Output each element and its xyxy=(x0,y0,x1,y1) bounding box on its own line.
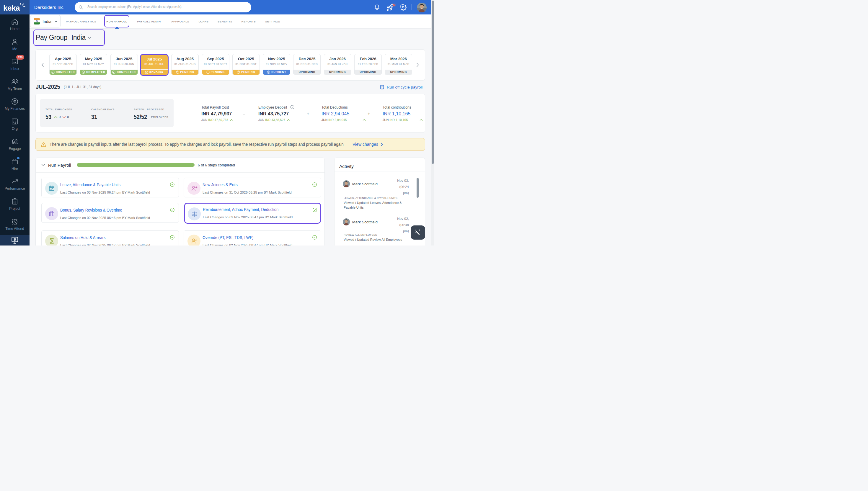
svg-text:keka: keka xyxy=(3,3,20,12)
